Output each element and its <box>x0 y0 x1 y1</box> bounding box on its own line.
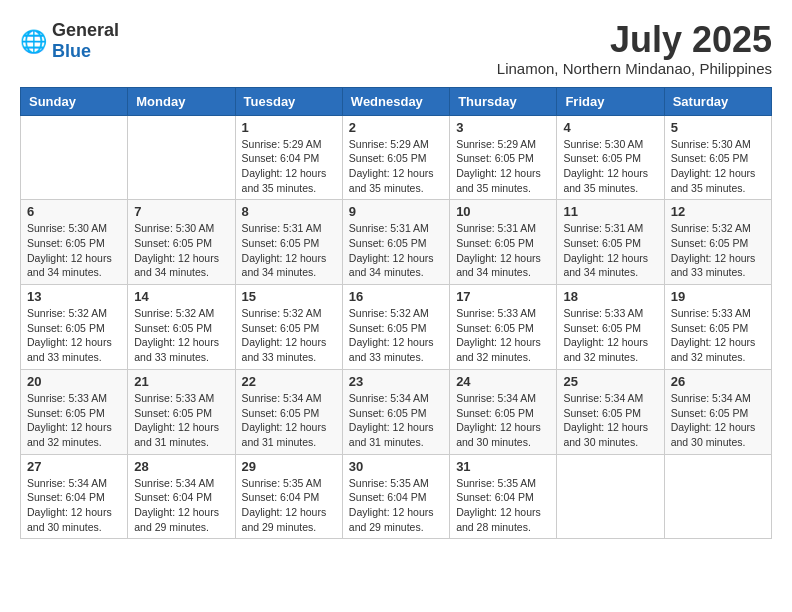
logo-blue: Blue <box>52 41 91 61</box>
day-number: 1 <box>242 120 336 135</box>
calendar-week-row: 1Sunrise: 5:29 AM Sunset: 6:04 PM Daylig… <box>21 115 772 200</box>
day-number: 4 <box>563 120 657 135</box>
calendar-day-cell: 20Sunrise: 5:33 AM Sunset: 6:05 PM Dayli… <box>21 369 128 454</box>
weekday-header: Friday <box>557 87 664 115</box>
day-number: 28 <box>134 459 228 474</box>
calendar-day-cell: 25Sunrise: 5:34 AM Sunset: 6:05 PM Dayli… <box>557 369 664 454</box>
page-header: 🌐 General Blue July 2025 Linamon, Northe… <box>20 20 772 77</box>
day-info: Sunrise: 5:35 AM Sunset: 6:04 PM Dayligh… <box>242 476 336 535</box>
day-info: Sunrise: 5:34 AM Sunset: 6:04 PM Dayligh… <box>27 476 121 535</box>
logo: 🌐 General Blue <box>20 20 119 62</box>
day-info: Sunrise: 5:35 AM Sunset: 6:04 PM Dayligh… <box>349 476 443 535</box>
day-number: 6 <box>27 204 121 219</box>
calendar-day-cell: 27Sunrise: 5:34 AM Sunset: 6:04 PM Dayli… <box>21 454 128 539</box>
calendar-day-cell: 2Sunrise: 5:29 AM Sunset: 6:05 PM Daylig… <box>342 115 449 200</box>
day-info: Sunrise: 5:34 AM Sunset: 6:05 PM Dayligh… <box>563 391 657 450</box>
calendar-day-cell: 24Sunrise: 5:34 AM Sunset: 6:05 PM Dayli… <box>450 369 557 454</box>
calendar-day-cell: 1Sunrise: 5:29 AM Sunset: 6:04 PM Daylig… <box>235 115 342 200</box>
calendar-day-cell <box>128 115 235 200</box>
calendar-day-cell <box>664 454 771 539</box>
weekday-header: Sunday <box>21 87 128 115</box>
calendar-day-cell: 23Sunrise: 5:34 AM Sunset: 6:05 PM Dayli… <box>342 369 449 454</box>
calendar-day-cell: 29Sunrise: 5:35 AM Sunset: 6:04 PM Dayli… <box>235 454 342 539</box>
day-number: 22 <box>242 374 336 389</box>
day-number: 7 <box>134 204 228 219</box>
day-info: Sunrise: 5:34 AM Sunset: 6:04 PM Dayligh… <box>134 476 228 535</box>
calendar-day-cell <box>557 454 664 539</box>
day-number: 3 <box>456 120 550 135</box>
day-number: 30 <box>349 459 443 474</box>
day-number: 10 <box>456 204 550 219</box>
day-number: 5 <box>671 120 765 135</box>
calendar-day-cell: 28Sunrise: 5:34 AM Sunset: 6:04 PM Dayli… <box>128 454 235 539</box>
day-info: Sunrise: 5:33 AM Sunset: 6:05 PM Dayligh… <box>456 306 550 365</box>
calendar-day-cell: 5Sunrise: 5:30 AM Sunset: 6:05 PM Daylig… <box>664 115 771 200</box>
day-number: 26 <box>671 374 765 389</box>
calendar-week-row: 6Sunrise: 5:30 AM Sunset: 6:05 PM Daylig… <box>21 200 772 285</box>
day-info: Sunrise: 5:31 AM Sunset: 6:05 PM Dayligh… <box>349 221 443 280</box>
calendar-week-row: 27Sunrise: 5:34 AM Sunset: 6:04 PM Dayli… <box>21 454 772 539</box>
calendar-day-cell: 11Sunrise: 5:31 AM Sunset: 6:05 PM Dayli… <box>557 200 664 285</box>
calendar-day-cell: 15Sunrise: 5:32 AM Sunset: 6:05 PM Dayli… <box>235 285 342 370</box>
day-number: 9 <box>349 204 443 219</box>
calendar-day-cell: 7Sunrise: 5:30 AM Sunset: 6:05 PM Daylig… <box>128 200 235 285</box>
day-number: 12 <box>671 204 765 219</box>
day-number: 11 <box>563 204 657 219</box>
calendar-day-cell: 12Sunrise: 5:32 AM Sunset: 6:05 PM Dayli… <box>664 200 771 285</box>
calendar-table: SundayMondayTuesdayWednesdayThursdayFrid… <box>20 87 772 540</box>
calendar-day-cell: 9Sunrise: 5:31 AM Sunset: 6:05 PM Daylig… <box>342 200 449 285</box>
calendar-day-cell <box>21 115 128 200</box>
calendar-day-cell: 17Sunrise: 5:33 AM Sunset: 6:05 PM Dayli… <box>450 285 557 370</box>
day-info: Sunrise: 5:30 AM Sunset: 6:05 PM Dayligh… <box>671 137 765 196</box>
calendar-day-cell: 22Sunrise: 5:34 AM Sunset: 6:05 PM Dayli… <box>235 369 342 454</box>
calendar-day-cell: 19Sunrise: 5:33 AM Sunset: 6:05 PM Dayli… <box>664 285 771 370</box>
calendar-day-cell: 14Sunrise: 5:32 AM Sunset: 6:05 PM Dayli… <box>128 285 235 370</box>
day-number: 29 <box>242 459 336 474</box>
calendar-day-cell: 6Sunrise: 5:30 AM Sunset: 6:05 PM Daylig… <box>21 200 128 285</box>
day-number: 27 <box>27 459 121 474</box>
calendar-day-cell: 21Sunrise: 5:33 AM Sunset: 6:05 PM Dayli… <box>128 369 235 454</box>
day-info: Sunrise: 5:32 AM Sunset: 6:05 PM Dayligh… <box>242 306 336 365</box>
day-info: Sunrise: 5:34 AM Sunset: 6:05 PM Dayligh… <box>456 391 550 450</box>
day-info: Sunrise: 5:30 AM Sunset: 6:05 PM Dayligh… <box>134 221 228 280</box>
day-info: Sunrise: 5:32 AM Sunset: 6:05 PM Dayligh… <box>134 306 228 365</box>
day-number: 23 <box>349 374 443 389</box>
day-number: 17 <box>456 289 550 304</box>
day-info: Sunrise: 5:33 AM Sunset: 6:05 PM Dayligh… <box>27 391 121 450</box>
day-number: 21 <box>134 374 228 389</box>
calendar-day-cell: 30Sunrise: 5:35 AM Sunset: 6:04 PM Dayli… <box>342 454 449 539</box>
day-number: 31 <box>456 459 550 474</box>
calendar-day-cell: 31Sunrise: 5:35 AM Sunset: 6:04 PM Dayli… <box>450 454 557 539</box>
day-number: 14 <box>134 289 228 304</box>
day-number: 25 <box>563 374 657 389</box>
day-info: Sunrise: 5:31 AM Sunset: 6:05 PM Dayligh… <box>456 221 550 280</box>
logo-general: General <box>52 20 119 40</box>
weekday-header: Saturday <box>664 87 771 115</box>
weekday-header: Tuesday <box>235 87 342 115</box>
day-info: Sunrise: 5:30 AM Sunset: 6:05 PM Dayligh… <box>563 137 657 196</box>
day-info: Sunrise: 5:29 AM Sunset: 6:04 PM Dayligh… <box>242 137 336 196</box>
day-number: 8 <box>242 204 336 219</box>
weekday-header: Monday <box>128 87 235 115</box>
day-info: Sunrise: 5:32 AM Sunset: 6:05 PM Dayligh… <box>671 221 765 280</box>
day-info: Sunrise: 5:30 AM Sunset: 6:05 PM Dayligh… <box>27 221 121 280</box>
day-number: 19 <box>671 289 765 304</box>
day-info: Sunrise: 5:31 AM Sunset: 6:05 PM Dayligh… <box>563 221 657 280</box>
month-title: July 2025 <box>497 20 772 60</box>
svg-text:🌐: 🌐 <box>20 28 48 55</box>
calendar-day-cell: 18Sunrise: 5:33 AM Sunset: 6:05 PM Dayli… <box>557 285 664 370</box>
calendar-day-cell: 26Sunrise: 5:34 AM Sunset: 6:05 PM Dayli… <box>664 369 771 454</box>
weekday-header: Thursday <box>450 87 557 115</box>
day-info: Sunrise: 5:34 AM Sunset: 6:05 PM Dayligh… <box>242 391 336 450</box>
day-info: Sunrise: 5:33 AM Sunset: 6:05 PM Dayligh… <box>671 306 765 365</box>
day-number: 20 <box>27 374 121 389</box>
calendar-week-row: 13Sunrise: 5:32 AM Sunset: 6:05 PM Dayli… <box>21 285 772 370</box>
calendar-week-row: 20Sunrise: 5:33 AM Sunset: 6:05 PM Dayli… <box>21 369 772 454</box>
day-info: Sunrise: 5:33 AM Sunset: 6:05 PM Dayligh… <box>563 306 657 365</box>
day-info: Sunrise: 5:35 AM Sunset: 6:04 PM Dayligh… <box>456 476 550 535</box>
calendar-header-row: SundayMondayTuesdayWednesdayThursdayFrid… <box>21 87 772 115</box>
calendar-day-cell: 8Sunrise: 5:31 AM Sunset: 6:05 PM Daylig… <box>235 200 342 285</box>
title-section: July 2025 Linamon, Northern Mindanao, Ph… <box>497 20 772 77</box>
day-number: 18 <box>563 289 657 304</box>
day-number: 24 <box>456 374 550 389</box>
